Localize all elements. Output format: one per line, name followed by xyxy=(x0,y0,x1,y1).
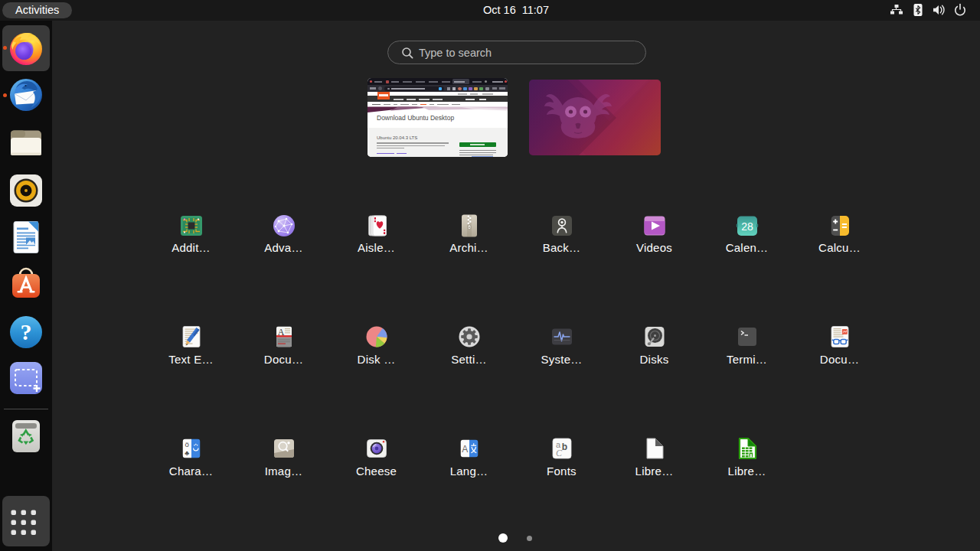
svg-text:28: 28 xyxy=(741,220,753,232)
svg-text:ö: ö xyxy=(185,440,188,448)
svg-text:A: A xyxy=(462,444,468,455)
svg-text:b: b xyxy=(561,442,567,452)
svg-text:A: A xyxy=(277,327,284,337)
svg-text:?: ? xyxy=(21,319,32,344)
svg-text:♣: ♣ xyxy=(185,449,189,457)
svg-text:C: C xyxy=(555,448,562,458)
